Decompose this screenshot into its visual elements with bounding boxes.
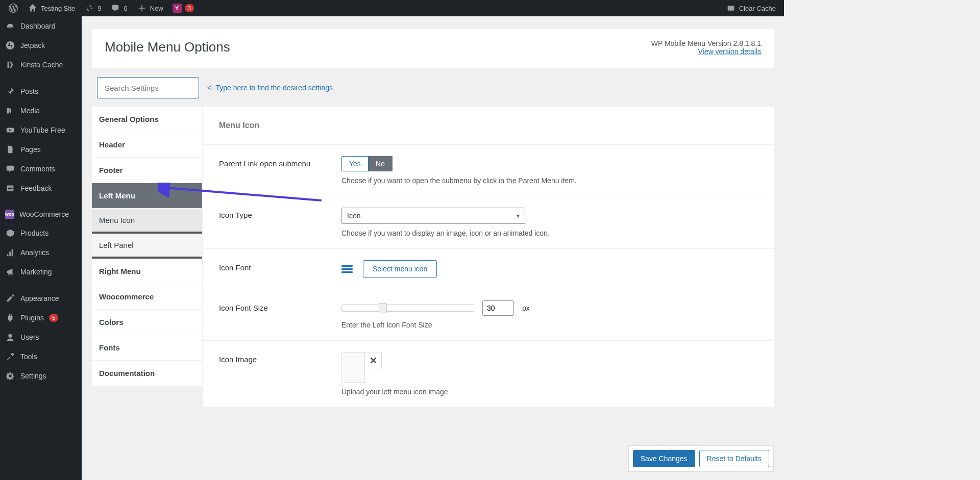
slider-handle[interactable] — [379, 303, 387, 313]
yoast-count: 3 — [185, 4, 194, 12]
sidebar-item-label: Pages — [20, 145, 41, 154]
yoast-link[interactable]: Y 3 — [168, 0, 198, 16]
jetpack-icon — [5, 40, 15, 50]
yes-no-toggle: Yes No — [341, 156, 757, 171]
field-desc: Choose if you want to display an image, … — [341, 229, 757, 237]
sidebar-item-label: Settings — [20, 372, 46, 380]
sidebar-item-label: WooCommerce — [19, 210, 69, 218]
svg-rect-0 — [727, 6, 734, 11]
sidebar-item-pages[interactable]: Pages — [0, 140, 82, 159]
hamburger-icon — [341, 265, 353, 273]
menu-separator — [0, 74, 82, 82]
updates-link[interactable]: 9 — [80, 0, 105, 16]
clear-cache-label: Clear Cache — [739, 5, 776, 12]
sidebar-item-dashboard[interactable]: Dashboard — [0, 16, 82, 36]
font-size-slider[interactable] — [341, 305, 474, 312]
new-label: New — [150, 5, 163, 12]
select-icon-button[interactable]: Select menu icon — [363, 260, 437, 277]
sidebar-item-users[interactable]: Users — [0, 327, 82, 347]
sidebar-item-label: Comments — [20, 165, 55, 173]
tab-documentation[interactable]: Documentation — [92, 361, 202, 386]
sidebar-item-marketing[interactable]: Marketing — [0, 262, 82, 282]
site-name-link[interactable]: Testing Site — [23, 0, 79, 16]
sidebar-item-woocommerce[interactable]: woo WooCommerce — [0, 205, 82, 223]
sidebar-item-feedback[interactable]: Feedback — [0, 179, 82, 198]
menu-separator — [0, 198, 82, 205]
tab-woocommerce[interactable]: Woocommerce — [92, 284, 202, 310]
youtube-icon — [5, 125, 15, 135]
no-button[interactable]: No — [369, 156, 393, 171]
site-name-label: Testing Site — [41, 5, 75, 12]
sidebar-item-posts[interactable]: Posts — [0, 82, 82, 101]
sidebar-item-kinsta-cache[interactable]: Kinsta Cache — [0, 55, 82, 74]
version-block: WP Mobile Menu Version 2.8.1.8.1 View ve… — [651, 39, 761, 56]
sidebar-item-label: Appearance — [20, 294, 59, 302]
appearance-icon — [5, 293, 15, 304]
tab-fonts[interactable]: Fonts — [92, 335, 202, 361]
section-title: Menu Icon — [203, 107, 774, 145]
field-parent-link: Parent Link open submenu Yes No Choose i… — [203, 145, 774, 196]
settings-panel: Menu Icon Parent Link open submenu Yes N… — [202, 107, 774, 407]
clear-image-button[interactable]: ✕ — [364, 352, 382, 369]
tab-right-menu[interactable]: Right Menu — [92, 259, 202, 284]
tools-icon — [5, 351, 15, 362]
yes-button[interactable]: Yes — [341, 156, 369, 171]
clear-cache-link[interactable]: Clear Cache — [722, 0, 780, 16]
sidebar-item-label: YouTube Free — [20, 126, 65, 134]
tab-general[interactable]: General Options — [92, 107, 202, 132]
tab-header[interactable]: Header — [92, 132, 202, 158]
sidebar-item-youtube[interactable]: YouTube Free — [0, 120, 82, 140]
new-link[interactable]: New — [133, 0, 167, 16]
analytics-icon — [5, 247, 15, 258]
icon-type-select[interactable]: Icon — [341, 208, 525, 224]
image-upload-box[interactable] — [341, 352, 365, 383]
cache-icon — [726, 3, 736, 13]
settings-tabs: General Options Header Footer Left Menu … — [92, 107, 202, 407]
pages-icon — [5, 144, 15, 155]
tab-colors[interactable]: Colors — [92, 310, 202, 335]
sidebar-item-label: Marketing — [20, 268, 52, 276]
plugins-badge: 5 — [49, 314, 58, 322]
save-button[interactable]: Save Changes — [633, 450, 695, 467]
sidebar-item-analytics[interactable]: Analytics — [0, 243, 82, 262]
comments-link[interactable]: 0 — [106, 0, 131, 16]
font-size-input[interactable] — [482, 300, 514, 316]
sidebar-item-label: Dashboard — [20, 22, 56, 30]
select-value: Icon — [347, 212, 360, 220]
subtab-menu-icon[interactable]: Menu Icon — [92, 209, 202, 234]
comments-count: 0 — [124, 5, 127, 12]
updates-count: 9 — [97, 5, 101, 12]
svg-point-1 — [6, 41, 14, 49]
subtab-left-panel[interactable]: Left Panel — [92, 234, 202, 259]
action-bar: Save Changes Reset to Defaults — [628, 445, 774, 472]
field-icon-font: Icon Font Select menu icon — [203, 249, 774, 289]
search-input[interactable] — [97, 77, 199, 98]
sidebar-item-label: Kinsta Cache — [20, 61, 63, 69]
kinsta-icon — [5, 60, 15, 70]
sidebar-item-jetpack[interactable]: Jetpack — [0, 36, 82, 55]
wp-logo[interactable] — [4, 0, 22, 16]
sidebar-item-products[interactable]: Products — [0, 223, 82, 243]
settings-icon — [5, 371, 15, 381]
unit-label: px — [522, 304, 530, 312]
search-row: <- Type here to find the desired setting… — [92, 68, 774, 107]
sidebar-item-label: Posts — [20, 87, 38, 95]
version-link[interactable]: View version details — [698, 47, 761, 56]
products-icon — [5, 228, 15, 238]
tab-left-menu[interactable]: Left Menu — [92, 183, 202, 209]
sidebar-item-settings[interactable]: Settings — [0, 366, 82, 386]
sidebar-item-tools[interactable]: Tools — [0, 347, 82, 366]
sidebar-item-comments[interactable]: Comments — [0, 159, 82, 179]
media-icon — [5, 106, 15, 116]
reset-button[interactable]: Reset to Defaults — [699, 450, 769, 467]
sidebar-item-appearance[interactable]: Appearance — [0, 289, 82, 308]
comment-icon — [110, 3, 120, 13]
field-icon-image: Icon Image ✕ Upload your left menu icon … — [203, 341, 774, 407]
sidebar-item-label: Feedback — [20, 184, 52, 192]
tab-footer[interactable]: Footer — [92, 158, 202, 183]
sidebar-item-label: Jetpack — [20, 41, 45, 49]
sidebar-item-media[interactable]: Media — [0, 101, 82, 120]
sidebar-item-plugins[interactable]: Plugins 5 — [0, 308, 82, 327]
settings-wrap: General Options Header Footer Left Menu … — [92, 107, 774, 407]
plus-icon — [137, 3, 147, 13]
